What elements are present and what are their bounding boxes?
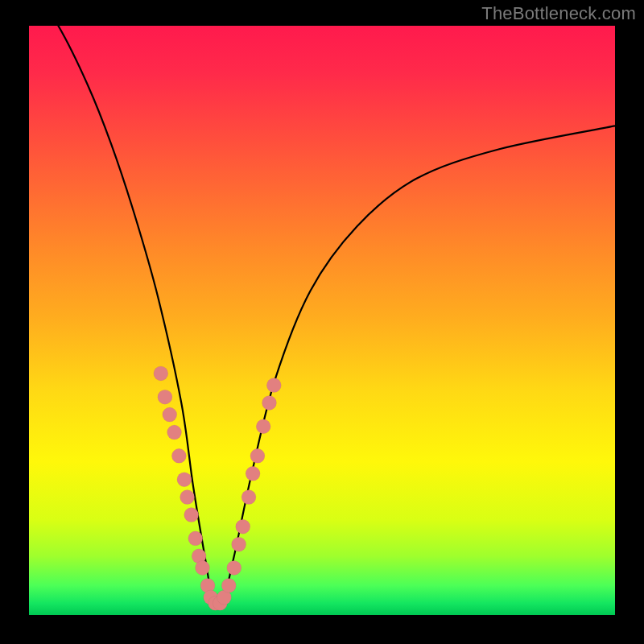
data-point — [227, 560, 242, 575]
data-point — [177, 473, 192, 487]
data-point — [246, 466, 260, 481]
data-point — [158, 390, 172, 404]
data-point — [180, 490, 195, 505]
data-point — [184, 508, 199, 522]
data-point — [250, 448, 265, 463]
data-point — [232, 537, 246, 551]
data-points — [154, 366, 282, 610]
data-point — [154, 366, 168, 381]
watermark-text: TheBottleneck.com — [481, 3, 636, 24]
data-point — [242, 490, 256, 505]
data-point — [221, 578, 236, 592]
plot-area — [29, 26, 615, 615]
data-point — [188, 531, 203, 546]
data-point — [195, 560, 209, 575]
chart-frame: TheBottleneck.com — [0, 0, 644, 644]
bottleneck-curve — [29, 26, 615, 609]
data-point — [171, 448, 186, 463]
data-point — [163, 407, 177, 422]
chart-svg — [29, 26, 615, 615]
data-point — [167, 425, 182, 440]
data-point — [262, 395, 276, 410]
data-point — [266, 378, 281, 393]
data-point — [256, 419, 270, 434]
data-point — [236, 519, 250, 534]
